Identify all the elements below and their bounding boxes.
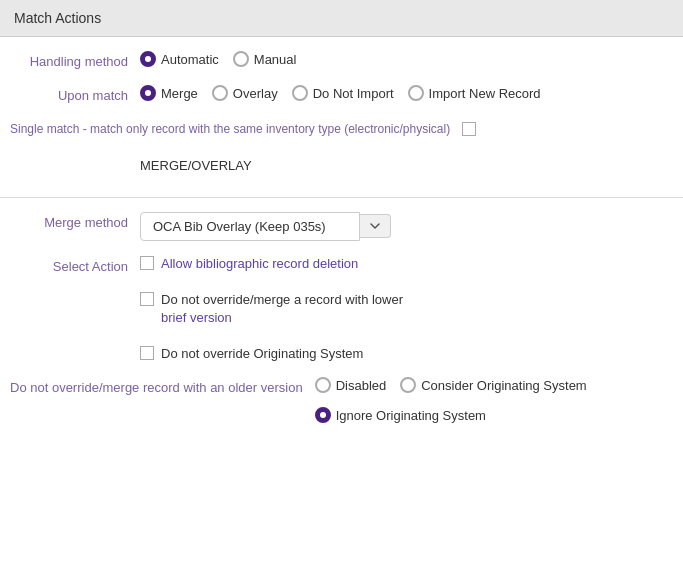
manual-label[interactable]: Manual <box>254 52 297 67</box>
do-not-override-version-label: Do not override/merge record with an old… <box>10 377 315 397</box>
allow-bib-deletion-checkbox[interactable] <box>140 256 154 270</box>
single-match-row: Single match - match only record with th… <box>10 119 673 137</box>
do-not-import-label[interactable]: Do Not Import <box>313 86 394 101</box>
radio-overlay[interactable]: Overlay <box>212 85 278 101</box>
radio-consider-originating[interactable]: Consider Originating System <box>400 377 586 393</box>
allow-bib-deletion-item[interactable]: Allow bibliographic record deletion <box>140 255 673 273</box>
merge-method-label: Merge method <box>10 212 140 232</box>
do-not-override-version-controls: Disabled Consider Originating System Ign… <box>315 377 673 423</box>
upon-match-label: Upon match <box>10 85 140 105</box>
radio-automatic[interactable]: Automatic <box>140 51 219 67</box>
do-not-override-originating-text: Do not override Originating System <box>161 345 363 363</box>
do-not-override-originating-item[interactable]: Do not override Originating System <box>140 345 673 363</box>
single-match-checkbox-item[interactable] <box>462 121 476 136</box>
single-match-checkbox[interactable] <box>462 122 476 136</box>
radio-import-new-record[interactable]: Import New Record <box>408 85 541 101</box>
import-new-record-label[interactable]: Import New Record <box>429 86 541 101</box>
radio-ignore-originating[interactable]: Ignore Originating System <box>315 407 486 423</box>
merge-method-controls: OCA Bib Overlay (Keep 035s) Standard Ove… <box>140 212 673 241</box>
do-not-override-lower-text: Do not override/merge a record with lowe… <box>161 291 403 327</box>
do-not-override-version-row: Do not override/merge record with an old… <box>10 377 673 423</box>
upon-match-controls: Merge Overlay Do Not Import Import New R… <box>140 85 673 101</box>
handling-method-label: Handling method <box>10 51 140 71</box>
select-action-row: Select Action Allow bibliographic record… <box>10 255 673 364</box>
radio-do-not-import[interactable]: Do Not Import <box>292 85 394 101</box>
section-title: Match Actions <box>14 10 101 26</box>
do-not-override-originating-checkbox[interactable] <box>140 346 154 360</box>
radio-manual[interactable]: Manual <box>233 51 297 67</box>
handling-method-controls: Automatic Manual <box>140 51 673 67</box>
merge-method-dropdown-wrapper: OCA Bib Overlay (Keep 035s) Standard Ove… <box>140 212 391 241</box>
merge-method-dropdown-arrow[interactable] <box>360 214 391 238</box>
single-match-label: Single match - match only record with th… <box>10 119 462 137</box>
do-not-override-lower-checkbox[interactable] <box>140 292 154 306</box>
single-match-controls <box>462 119 673 136</box>
disabled-label[interactable]: Disabled <box>336 378 387 393</box>
overlay-label[interactable]: Overlay <box>233 86 278 101</box>
select-action-label: Select Action <box>10 255 140 274</box>
radio-disabled[interactable]: Disabled <box>315 377 387 393</box>
allow-bib-deletion-text: Allow bibliographic record deletion <box>161 255 358 273</box>
merge-label[interactable]: Merge <box>161 86 198 101</box>
radio-merge[interactable]: Merge <box>140 85 198 101</box>
select-action-checkboxes: Allow bibliographic record deletion Do n… <box>140 255 673 364</box>
merge-method-row: Merge method OCA Bib Overlay (Keep 035s)… <box>10 212 673 241</box>
merge-overlay-section: Merge method OCA Bib Overlay (Keep 035s)… <box>0 198 683 438</box>
automatic-label[interactable]: Automatic <box>161 52 219 67</box>
merge-method-select[interactable]: OCA Bib Overlay (Keep 035s) Standard Ove… <box>140 212 360 241</box>
section-header: Match Actions <box>0 0 683 37</box>
ignore-originating-label[interactable]: Ignore Originating System <box>336 408 486 423</box>
handling-method-row: Handling method Automatic Manual <box>10 51 673 71</box>
match-actions-section: Handling method Automatic Manual Upon ma… <box>0 37 683 198</box>
consider-originating-label[interactable]: Consider Originating System <box>421 378 586 393</box>
merge-overlay-label: MERGE/OVERLAY <box>10 152 673 183</box>
upon-match-row: Upon match Merge Overlay Do Not Import I… <box>10 85 673 105</box>
do-not-override-lower-item[interactable]: Do not override/merge a record with lowe… <box>140 291 673 327</box>
